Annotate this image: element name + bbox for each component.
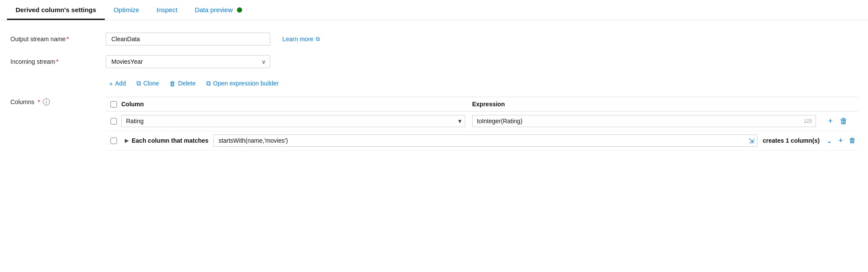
tab-settings[interactable]: Derived column's settings xyxy=(7,0,105,20)
column-select[interactable]: Rating xyxy=(121,115,465,127)
header-checkbox-cell xyxy=(106,101,121,108)
tab-inspect-label: Inspect xyxy=(156,6,177,13)
clone-icon: ⧉ xyxy=(136,79,141,87)
expression-input[interactable] xyxy=(472,115,816,127)
incoming-stream-row: Incoming stream* MoviesYear ∨ xyxy=(10,55,858,68)
each-col-checkbox[interactable] xyxy=(110,138,117,144)
expression-cell: 123 xyxy=(472,115,823,127)
settings-content: Output stream name* Learn more ⧉ Incomin… xyxy=(0,20,868,159)
clone-button[interactable]: ⧉ Clone xyxy=(133,78,163,89)
plus-icon: + xyxy=(828,117,833,126)
plus-icon: + xyxy=(838,136,843,145)
column-header: Column xyxy=(121,101,472,108)
each-col-expand-button[interactable]: ⌄ xyxy=(825,136,834,146)
columns-toolbar: + Add ⧉ Clone 🗑 Delete ⧉ Open expression… xyxy=(106,78,858,89)
column-select-cell: Rating ▼ xyxy=(121,115,472,127)
tab-datapreview[interactable]: Data preview xyxy=(186,0,251,20)
expand-arrow-icon: ▶ xyxy=(125,138,129,144)
select-all-checkbox[interactable] xyxy=(110,101,117,108)
learn-more-label: Learn more xyxy=(282,36,314,43)
matches-input-wrapper: ⇲ xyxy=(214,134,758,147)
expression-header: Expression xyxy=(472,101,823,108)
add-label: Add xyxy=(115,80,126,87)
incoming-stream-select[interactable]: MoviesYear xyxy=(106,55,270,68)
columns-label: Columns * i xyxy=(10,97,106,105)
trash-icon: 🗑 xyxy=(169,80,176,87)
row-add-button[interactable]: + xyxy=(826,116,835,127)
each-column-label: Each column that matches xyxy=(132,137,214,144)
tabs-bar: Derived column's settings Optimize Inspe… xyxy=(0,0,868,20)
each-col-checkbox-cell xyxy=(106,138,121,144)
tab-optimize-label: Optimize xyxy=(113,6,139,13)
data-preview-indicator xyxy=(237,7,242,13)
double-chevron-icon: ⌄ xyxy=(826,137,832,144)
row-actions: + 🗑 xyxy=(823,116,858,127)
each-col-add-button[interactable]: + xyxy=(836,135,845,146)
row-checkbox-cell xyxy=(106,118,121,125)
each-col-actions: ⌄ + 🗑 xyxy=(825,135,858,146)
learn-more-link[interactable]: Learn more ⧉ xyxy=(282,36,320,43)
plus-icon: + xyxy=(109,80,113,87)
clone-label: Clone xyxy=(143,80,159,87)
add-button[interactable]: + Add xyxy=(106,78,130,89)
row-checkbox[interactable] xyxy=(110,118,117,125)
expand-arrow-cell[interactable]: ▶ xyxy=(121,138,132,144)
external-link-icon: ⧉ xyxy=(206,79,211,87)
matches-input[interactable] xyxy=(214,134,758,147)
tab-datapreview-label: Data preview xyxy=(195,6,233,13)
tab-inspect[interactable]: Inspect xyxy=(148,0,186,20)
open-expression-builder-button[interactable]: ⧉ Open expression builder xyxy=(203,78,282,89)
tab-settings-label: Derived column's settings xyxy=(16,6,96,13)
tab-optimize[interactable]: Optimize xyxy=(105,0,148,20)
incoming-stream-label: Incoming stream* xyxy=(10,58,106,65)
table-row: Rating ▼ 123 + 🗑 xyxy=(106,111,858,131)
incoming-stream-select-wrapper: MoviesYear ∨ xyxy=(106,55,270,68)
row-delete-button[interactable]: 🗑 xyxy=(838,116,849,127)
creates-column-label: creates 1 column(s) xyxy=(758,137,825,144)
output-stream-row: Output stream name* Learn more ⧉ xyxy=(10,33,858,46)
output-stream-input[interactable] xyxy=(106,33,270,46)
columns-table: Column Expression Rating ▼ xyxy=(106,97,858,151)
open-expr-label: Open expression builder xyxy=(213,80,279,87)
each-column-row: ▶ Each column that matches ⇲ creates 1 c… xyxy=(106,131,858,151)
table-header: Column Expression xyxy=(106,97,858,111)
external-link-icon: ⧉ xyxy=(316,36,320,43)
columns-section: Columns * i Column Expression xyxy=(10,97,858,151)
delete-label: Delete xyxy=(178,80,195,87)
columns-info-icon[interactable]: i xyxy=(43,98,50,105)
trash-icon: 🗑 xyxy=(840,117,848,126)
output-stream-label: Output stream name* xyxy=(10,36,106,43)
each-col-delete-button[interactable]: 🗑 xyxy=(847,136,858,145)
trash-icon: 🗑 xyxy=(849,137,856,144)
delete-button[interactable]: 🗑 Delete xyxy=(166,78,199,89)
